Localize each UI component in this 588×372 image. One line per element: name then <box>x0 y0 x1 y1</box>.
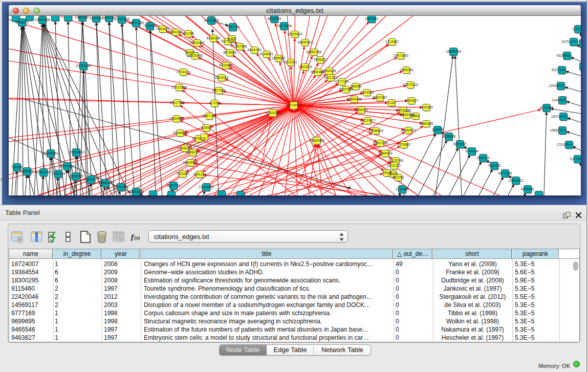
svg-text:12342757: 12342757 <box>36 170 51 174</box>
svg-text:3875685: 3875685 <box>223 51 237 54</box>
svg-text:16640910: 16640910 <box>297 40 313 44</box>
svg-text:12923448: 12923448 <box>128 190 144 193</box>
svg-text:7986322: 7986322 <box>355 108 368 112</box>
svg-text:19384554: 19384554 <box>309 139 324 142</box>
svg-text:8186328: 8186328 <box>207 36 221 40</box>
svg-text:10653287: 10653287 <box>75 16 90 19</box>
svg-text:9775692: 9775692 <box>397 143 411 146</box>
svg-text:10958107: 10958107 <box>98 181 113 185</box>
svg-text:11172: 11172 <box>572 27 581 31</box>
svg-text:10975887: 10975887 <box>59 164 75 168</box>
svg-text:19654983: 19654983 <box>169 117 184 120</box>
svg-text:8427552: 8427552 <box>212 89 226 92</box>
svg-text:16648784: 16648784 <box>446 50 461 53</box>
svg-text:9242848: 9242848 <box>219 63 233 67</box>
svg-text:6879197: 6879197 <box>453 142 467 146</box>
svg-text:10046755: 10046755 <box>177 146 192 150</box>
svg-text:9474444: 9474444 <box>465 149 479 153</box>
svg-text:9227343: 9227343 <box>552 68 565 72</box>
svg-text:735061: 735061 <box>11 165 23 169</box>
svg-text:9245652: 9245652 <box>521 187 535 191</box>
svg-text:891295: 891295 <box>183 32 194 35</box>
svg-text:18807249: 18807249 <box>373 141 388 145</box>
svg-text:1621072: 1621072 <box>324 76 338 79</box>
svg-text:22420046: 22420046 <box>187 54 203 57</box>
svg-text:7625402: 7625402 <box>176 172 190 176</box>
svg-text:8813054: 8813054 <box>268 17 281 20</box>
svg-text:7515546: 7515546 <box>143 24 157 28</box>
svg-text:10658609: 10658609 <box>368 129 383 133</box>
svg-text:9864: 9864 <box>411 114 419 118</box>
svg-text:13325419: 13325419 <box>287 32 302 36</box>
svg-text:1213967: 1213967 <box>385 40 399 43</box>
svg-text:15409948: 15409948 <box>183 161 198 164</box>
svg-text:16107552: 16107552 <box>169 101 185 104</box>
svg-text:9329966: 9329966 <box>557 54 571 57</box>
svg-text:7632621: 7632621 <box>488 164 502 167</box>
svg-text:116753: 116753 <box>570 157 581 161</box>
svg-text:7663822: 7663822 <box>156 27 170 31</box>
svg-text:(x): (x) <box>134 235 140 241</box>
svg-text:10719185: 10719185 <box>114 17 129 21</box>
svg-text:15751074: 15751074 <box>561 40 577 43</box>
svg-text:20053346: 20053346 <box>76 64 91 68</box>
svg-text:8938928: 8938928 <box>442 135 456 138</box>
svg-text:12213383: 12213383 <box>171 85 187 89</box>
svg-text:8215955: 8215955 <box>540 106 554 110</box>
svg-text:17016504: 17016504 <box>557 143 572 146</box>
svg-text:8878835: 8878835 <box>192 137 206 140</box>
svg-text:9463627: 9463627 <box>405 99 419 102</box>
svg-text:20691406: 20691406 <box>35 18 50 21</box>
svg-text:12975115: 12975115 <box>403 83 418 86</box>
svg-text:10507487: 10507487 <box>372 96 387 99</box>
svg-text:8322037: 8322037 <box>284 60 298 64</box>
svg-text:19166825: 19166825 <box>172 131 188 135</box>
svg-text:20364436: 20364436 <box>346 97 362 101</box>
svg-text:8267130: 8267130 <box>203 114 216 118</box>
svg-text:15692971: 15692971 <box>550 128 565 132</box>
svg-text:9777169: 9777169 <box>335 80 349 83</box>
svg-text:12093872: 12093872 <box>549 84 564 87</box>
svg-text:252254: 252254 <box>393 176 404 179</box>
svg-text:16210643: 16210643 <box>551 115 567 118</box>
svg-text:8471626: 8471626 <box>498 171 512 175</box>
svg-text:17957275: 17957275 <box>83 178 99 181</box>
svg-text:5469: 5469 <box>228 37 235 40</box>
svg-text:16782759: 16782759 <box>113 185 128 189</box>
svg-text:53594: 53594 <box>202 126 211 129</box>
svg-text:16961758: 16961758 <box>306 50 321 54</box>
svg-text:16033809: 16033809 <box>204 18 219 22</box>
svg-text:6794028: 6794028 <box>322 69 336 73</box>
svg-text:1588520: 1588520 <box>272 56 286 60</box>
svg-text:1145194: 1145194 <box>52 172 65 176</box>
svg-text:15300243: 15300243 <box>265 111 280 115</box>
svg-text:9146821: 9146821 <box>260 52 274 56</box>
svg-text:1244415: 1244415 <box>552 98 566 102</box>
svg-text:19218506: 19218506 <box>276 24 292 28</box>
svg-text:9115460: 9115460 <box>420 105 433 109</box>
svg-text:9699695: 9699695 <box>420 122 433 125</box>
svg-text:17359924: 17359924 <box>69 150 84 154</box>
svg-text:9857791: 9857791 <box>167 184 181 187</box>
svg-text:2867608: 2867608 <box>233 45 247 48</box>
svg-text:746266: 746266 <box>350 84 362 88</box>
svg-text:1733426: 1733426 <box>396 187 409 191</box>
svg-text:2887682: 2887682 <box>365 17 379 20</box>
svg-text:1156829: 1156829 <box>20 169 34 173</box>
svg-text:2160: 2160 <box>387 101 395 104</box>
svg-text:6897568: 6897568 <box>339 87 353 91</box>
svg-text:164095: 164095 <box>432 128 444 132</box>
svg-text:15720407: 15720407 <box>360 119 375 122</box>
svg-text:8454749: 8454749 <box>248 48 262 52</box>
svg-text:2935114: 2935114 <box>476 156 490 160</box>
svg-text:19525: 19525 <box>382 171 392 174</box>
svg-text:10973493: 10973493 <box>393 54 408 57</box>
svg-text:10654112: 10654112 <box>508 179 524 182</box>
svg-text:7357224: 7357224 <box>226 25 240 29</box>
svg-text:2718176: 2718176 <box>177 70 190 74</box>
svg-text:20206551: 20206551 <box>43 151 58 155</box>
svg-text:4498222: 4498222 <box>186 150 200 154</box>
svg-text:13716485: 13716485 <box>199 185 214 189</box>
svg-text:3824554: 3824554 <box>360 91 374 94</box>
svg-text:16543382: 16543382 <box>189 41 205 45</box>
